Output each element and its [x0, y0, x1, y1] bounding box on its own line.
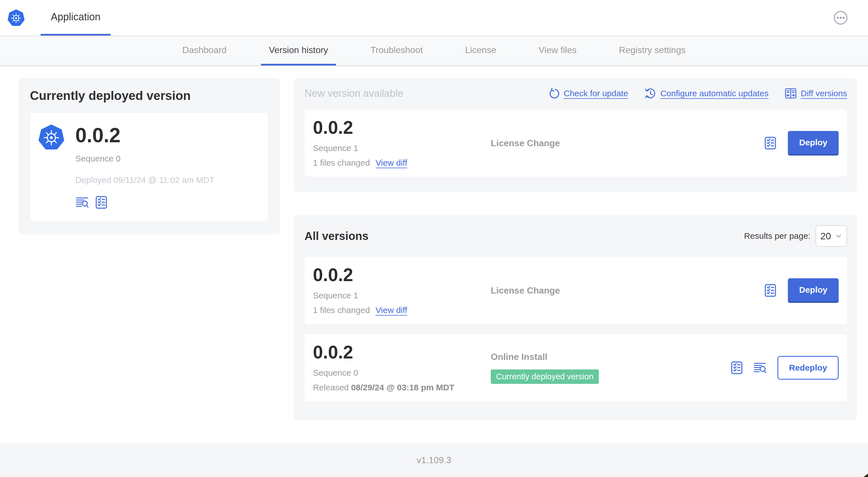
view-diff-link[interactable]: View diff	[376, 158, 407, 168]
deploy-button[interactable]: Deploy	[788, 278, 839, 303]
deploy-button[interactable]: Deploy	[788, 131, 839, 155]
all-versions-panel: All versions Results per page: 20	[294, 215, 857, 420]
app-root: Application Dashboard Version history Tr…	[0, 0, 868, 477]
version-source-label: Online Install	[491, 352, 548, 362]
diff-icon	[785, 88, 797, 99]
tab-view-files[interactable]: View files	[531, 36, 585, 65]
tab-dashboard[interactable]: Dashboard	[175, 36, 235, 65]
header-spacer	[111, 0, 834, 35]
released-timestamp: 08/29/24 @ 03:18 pm MDT	[351, 383, 454, 392]
current-version-number: 0.0.2	[75, 125, 214, 145]
current-deployed-timestamp: Deployed 09/11/24 @ 11:02 am MDT	[75, 175, 214, 185]
view-diff-link[interactable]: View diff	[376, 305, 407, 315]
overflow-menu-button[interactable]	[834, 11, 848, 25]
version-source-label: License Change	[491, 285, 560, 296]
currently-deployed-panel: Currently deployed version	[19, 78, 280, 234]
new-version-title: New version available	[305, 88, 403, 99]
app-header: Application	[0, 0, 868, 36]
preflight-checklist-icon[interactable]	[764, 284, 777, 297]
redeploy-button[interactable]: Redeploy	[777, 356, 839, 380]
currently-deployed-badge: Currently deployed version	[491, 369, 599, 384]
new-version-row: 0.0.2 Sequence 1 1 files changed View di…	[305, 110, 847, 177]
main-content: Currently deployed version	[0, 66, 868, 443]
preflight-checklist-icon[interactable]	[764, 136, 777, 150]
results-per-page-label: Results per page:	[744, 231, 810, 241]
currently-deployed-title: Currently deployed version	[30, 89, 268, 103]
console-version: v1.109.3	[417, 455, 452, 466]
cursor-artifact	[864, 474, 868, 477]
tab-troubleshoot[interactable]: Troubleshoot	[363, 36, 431, 65]
page-nav: Dashboard Version history Troubleshoot L…	[0, 36, 868, 66]
ellipsis-icon	[834, 11, 848, 25]
preflight-checklist-icon[interactable]	[95, 196, 108, 209]
version-row: 0.0.2 Sequence 1 1 files changed View di…	[305, 257, 847, 324]
app-tab-application[interactable]: Application	[41, 0, 111, 35]
version-number: 0.0.2	[313, 266, 491, 284]
version-sequence: Sequence 0	[313, 368, 491, 378]
clock-refresh-icon	[645, 88, 656, 99]
files-changed-label: 1 files changed	[313, 305, 370, 315]
version-source-label: License Change	[491, 138, 560, 148]
version-number: 0.0.2	[313, 343, 491, 361]
right-column: New version available Check for update	[294, 78, 857, 443]
tab-registry-settings[interactable]: Registry settings	[611, 36, 693, 65]
all-versions-title: All versions	[305, 230, 369, 242]
current-version-card: 0.0.2 Sequence 0 Deployed 09/11/24 @ 11:…	[30, 112, 268, 222]
tab-license[interactable]: License	[457, 36, 504, 65]
deploy-logs-icon[interactable]	[753, 361, 767, 375]
tab-version-history[interactable]: Version history	[261, 36, 336, 65]
app-footer: v1.109.3	[0, 443, 868, 477]
chevron-down-icon	[835, 232, 842, 240]
new-version-panel: New version available Check for update	[294, 78, 857, 192]
released-label: Released 08/29/24 @ 03:18 pm MDT	[313, 383, 454, 392]
refresh-icon	[548, 88, 560, 99]
deploy-logs-icon[interactable]	[75, 196, 89, 209]
version-row: 0.0.2 Sequence 0 Released 08/29/24 @ 03:…	[305, 334, 847, 401]
configure-automatic-updates-link[interactable]: Configure automatic updates	[645, 88, 769, 99]
app-tab-label: Application	[51, 11, 100, 23]
version-sequence: Sequence 1	[313, 143, 491, 153]
version-sequence: Sequence 1	[313, 291, 491, 300]
preflight-checklist-icon[interactable]	[730, 361, 744, 375]
kubernetes-logo-icon	[7, 0, 25, 35]
files-changed-label: 1 files changed	[313, 158, 370, 168]
kubernetes-app-icon	[38, 124, 65, 209]
results-per-page-select[interactable]: 20	[815, 225, 847, 247]
check-for-update-link[interactable]: Check for update	[548, 88, 628, 99]
version-number: 0.0.2	[313, 119, 491, 137]
diff-versions-link[interactable]: Diff versions	[785, 88, 847, 99]
current-sequence: Sequence 0	[75, 154, 214, 163]
